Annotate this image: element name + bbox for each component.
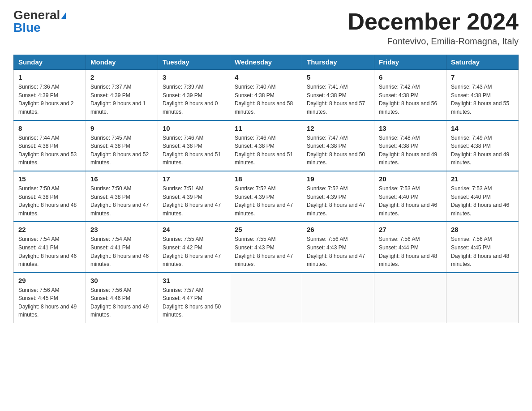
day-number: 10 xyxy=(163,124,225,132)
calendar-week-2: 8Sunrise: 7:44 AMSunset: 4:38 PMDaylight… xyxy=(14,120,519,171)
day-info: Sunrise: 7:56 AMSunset: 4:45 PMDaylight:… xyxy=(18,286,81,319)
calendar-cell: 21Sunrise: 7:53 AMSunset: 4:40 PMDayligh… xyxy=(446,171,519,222)
calendar-cell: 4Sunrise: 7:40 AMSunset: 4:38 PMDaylight… xyxy=(230,70,302,120)
day-number: 27 xyxy=(379,226,442,233)
calendar-cell: 15Sunrise: 7:50 AMSunset: 4:38 PMDayligh… xyxy=(14,171,86,222)
day-number: 21 xyxy=(451,175,514,183)
day-number: 14 xyxy=(451,124,514,132)
day-info: Sunrise: 7:44 AMSunset: 4:38 PMDaylight:… xyxy=(18,134,81,167)
title-section: December 2024 Fontevivo, Emilia-Romagna,… xyxy=(348,9,519,47)
calendar-cell: 28Sunrise: 7:56 AMSunset: 4:45 PMDayligh… xyxy=(446,222,519,272)
day-number: 17 xyxy=(163,175,225,183)
calendar-cell: 10Sunrise: 7:46 AMSunset: 4:38 PMDayligh… xyxy=(158,120,230,171)
day-number: 11 xyxy=(235,124,297,132)
calendar-week-5: 29Sunrise: 7:56 AMSunset: 4:45 PMDayligh… xyxy=(14,273,519,323)
day-info: Sunrise: 7:49 AMSunset: 4:38 PMDaylight:… xyxy=(451,134,514,167)
day-number: 22 xyxy=(18,226,81,233)
day-info: Sunrise: 7:55 AMSunset: 4:42 PMDaylight:… xyxy=(163,235,225,268)
day-info: Sunrise: 7:50 AMSunset: 4:38 PMDaylight:… xyxy=(18,184,81,218)
day-info: Sunrise: 7:46 AMSunset: 4:38 PMDaylight:… xyxy=(163,134,225,167)
day-info: Sunrise: 7:54 AMSunset: 4:41 PMDaylight:… xyxy=(90,235,153,268)
calendar-cell: 2Sunrise: 7:37 AMSunset: 4:39 PMDaylight… xyxy=(86,70,158,120)
day-number: 4 xyxy=(235,73,297,81)
day-header-friday: Friday xyxy=(374,55,446,70)
day-info: Sunrise: 7:54 AMSunset: 4:41 PMDaylight:… xyxy=(18,235,81,268)
day-info: Sunrise: 7:39 AMSunset: 4:39 PMDaylight:… xyxy=(163,83,225,116)
calendar-cell xyxy=(230,273,302,323)
day-number: 9 xyxy=(90,124,153,132)
day-header-saturday: Saturday xyxy=(446,55,519,70)
day-info: Sunrise: 7:56 AMSunset: 4:45 PMDaylight:… xyxy=(451,235,514,268)
day-header-wednesday: Wednesday xyxy=(230,55,302,70)
calendar-cell: 19Sunrise: 7:52 AMSunset: 4:39 PMDayligh… xyxy=(302,171,374,222)
calendar-cell: 22Sunrise: 7:54 AMSunset: 4:41 PMDayligh… xyxy=(14,222,86,272)
day-info: Sunrise: 7:52 AMSunset: 4:39 PMDaylight:… xyxy=(235,184,297,218)
calendar-cell: 30Sunrise: 7:56 AMSunset: 4:46 PMDayligh… xyxy=(86,273,158,323)
day-info: Sunrise: 7:52 AMSunset: 4:39 PMDaylight:… xyxy=(307,184,369,218)
calendar-cell xyxy=(374,273,446,323)
day-header-sunday: Sunday xyxy=(14,55,86,70)
day-number: 8 xyxy=(18,124,81,132)
page-header: General Blue December 2024 Fontevivo, Em… xyxy=(13,9,519,47)
day-info: Sunrise: 7:46 AMSunset: 4:38 PMDaylight:… xyxy=(235,134,297,167)
day-info: Sunrise: 7:41 AMSunset: 4:38 PMDaylight:… xyxy=(307,83,369,116)
day-number: 25 xyxy=(235,226,297,233)
calendar-cell: 27Sunrise: 7:56 AMSunset: 4:44 PMDayligh… xyxy=(374,222,446,272)
day-number: 15 xyxy=(18,175,81,183)
day-header-monday: Monday xyxy=(86,55,158,70)
day-info: Sunrise: 7:48 AMSunset: 4:38 PMDaylight:… xyxy=(379,134,442,167)
calendar-cell: 26Sunrise: 7:56 AMSunset: 4:43 PMDayligh… xyxy=(302,222,374,272)
day-number: 18 xyxy=(235,175,297,183)
calendar-cell: 8Sunrise: 7:44 AMSunset: 4:38 PMDaylight… xyxy=(14,120,86,171)
calendar-cell: 6Sunrise: 7:42 AMSunset: 4:38 PMDaylight… xyxy=(374,70,446,120)
day-number: 2 xyxy=(90,73,153,81)
day-number: 16 xyxy=(90,175,153,183)
day-number: 23 xyxy=(90,226,153,233)
day-info: Sunrise: 7:56 AMSunset: 4:46 PMDaylight:… xyxy=(90,286,153,319)
day-header-thursday: Thursday xyxy=(302,55,374,70)
calendar-cell: 17Sunrise: 7:51 AMSunset: 4:39 PMDayligh… xyxy=(158,171,230,222)
day-info: Sunrise: 7:43 AMSunset: 4:38 PMDaylight:… xyxy=(451,83,514,116)
calendar-cell: 1Sunrise: 7:36 AMSunset: 4:39 PMDaylight… xyxy=(14,70,86,120)
day-number: 26 xyxy=(307,226,369,233)
day-number: 1 xyxy=(18,73,81,81)
day-info: Sunrise: 7:47 AMSunset: 4:38 PMDaylight:… xyxy=(307,134,369,167)
logo-general-text: General xyxy=(13,8,60,22)
calendar-cell: 29Sunrise: 7:56 AMSunset: 4:45 PMDayligh… xyxy=(14,273,86,323)
calendar-cell xyxy=(302,273,374,323)
calendar-cell: 3Sunrise: 7:39 AMSunset: 4:39 PMDaylight… xyxy=(158,70,230,120)
calendar-cell: 13Sunrise: 7:48 AMSunset: 4:38 PMDayligh… xyxy=(374,120,446,171)
day-number: 13 xyxy=(379,124,442,132)
calendar-cell xyxy=(446,273,519,323)
logo-top-line: General xyxy=(13,9,66,21)
day-info: Sunrise: 7:57 AMSunset: 4:47 PMDaylight:… xyxy=(163,286,225,319)
day-info: Sunrise: 7:53 AMSunset: 4:40 PMDaylight:… xyxy=(451,184,514,218)
day-info: Sunrise: 7:40 AMSunset: 4:38 PMDaylight:… xyxy=(235,83,297,116)
day-header-tuesday: Tuesday xyxy=(158,55,230,70)
day-info: Sunrise: 7:53 AMSunset: 4:40 PMDaylight:… xyxy=(379,184,442,218)
day-number: 20 xyxy=(379,175,442,183)
calendar-table: SundayMondayTuesdayWednesdayThursdayFrid… xyxy=(13,55,519,323)
calendar-cell: 12Sunrise: 7:47 AMSunset: 4:38 PMDayligh… xyxy=(302,120,374,171)
calendar-cell: 11Sunrise: 7:46 AMSunset: 4:38 PMDayligh… xyxy=(230,120,302,171)
calendar-cell: 14Sunrise: 7:49 AMSunset: 4:38 PMDayligh… xyxy=(446,120,519,171)
calendar-cell: 5Sunrise: 7:41 AMSunset: 4:38 PMDaylight… xyxy=(302,70,374,120)
calendar-cell: 31Sunrise: 7:57 AMSunset: 4:47 PMDayligh… xyxy=(158,273,230,323)
calendar-cell: 9Sunrise: 7:45 AMSunset: 4:38 PMDaylight… xyxy=(86,120,158,171)
day-number: 5 xyxy=(307,73,369,81)
day-number: 29 xyxy=(18,277,81,284)
logo: General Blue xyxy=(13,9,66,34)
day-info: Sunrise: 7:36 AMSunset: 4:39 PMDaylight:… xyxy=(18,83,81,116)
day-info: Sunrise: 7:37 AMSunset: 4:39 PMDaylight:… xyxy=(90,83,153,116)
day-number: 24 xyxy=(163,226,225,233)
calendar-header-row: SundayMondayTuesdayWednesdayThursdayFrid… xyxy=(14,55,519,70)
day-info: Sunrise: 7:50 AMSunset: 4:38 PMDaylight:… xyxy=(90,184,153,218)
day-number: 28 xyxy=(451,226,514,233)
day-info: Sunrise: 7:55 AMSunset: 4:43 PMDaylight:… xyxy=(235,235,297,268)
calendar-cell: 16Sunrise: 7:50 AMSunset: 4:38 PMDayligh… xyxy=(86,171,158,222)
month-title: December 2024 xyxy=(348,9,519,34)
day-info: Sunrise: 7:42 AMSunset: 4:38 PMDaylight:… xyxy=(379,83,442,116)
day-number: 19 xyxy=(307,175,369,183)
calendar-cell: 25Sunrise: 7:55 AMSunset: 4:43 PMDayligh… xyxy=(230,222,302,272)
day-number: 12 xyxy=(307,124,369,132)
